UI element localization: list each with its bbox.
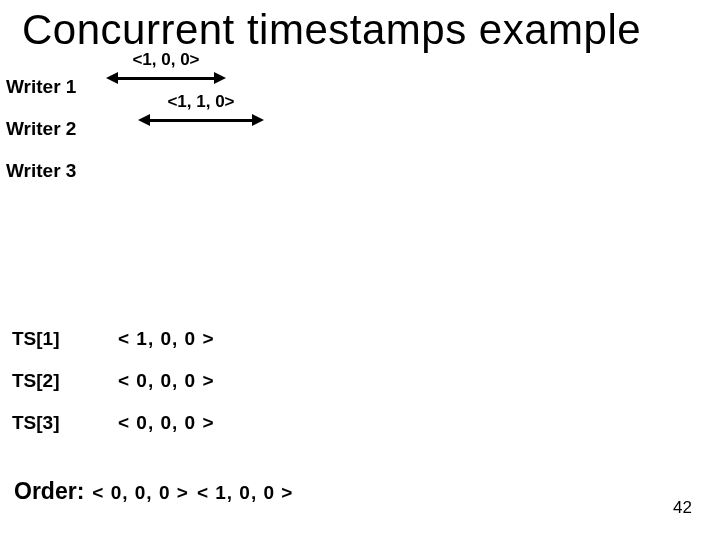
ts-3-label: TS[3]	[12, 412, 118, 434]
arrow-right-icon	[214, 72, 226, 84]
writer-3-label: Writer 3	[6, 160, 106, 182]
writer-2-timestamp: <1, 1, 0>	[167, 92, 234, 112]
ts-row-3: TS[3] < 0, 0, 0 >	[12, 402, 215, 444]
timestamp-table: TS[1] < 1, 0, 0 > TS[2] < 0, 0, 0 > TS[3…	[12, 318, 215, 444]
writer-1-label: Writer 1	[6, 76, 106, 98]
writers-timeline: Writer 1 <1, 0, 0> Writer 2 <1, 1, 0> Wr…	[6, 66, 406, 192]
writer-2-label: Writer 2	[6, 118, 106, 140]
order-row: Order: < 0, 0, 0 > < 1, 0, 0 >	[14, 478, 293, 505]
ts-row-1: TS[1] < 1, 0, 0 >	[12, 318, 215, 360]
writer-2-row: Writer 2 <1, 1, 0>	[6, 108, 406, 150]
order-label: Order:	[14, 478, 84, 505]
writer-1-arrow: <1, 0, 0>	[106, 72, 226, 84]
order-value-2: < 1, 0, 0 >	[197, 482, 294, 504]
arrow-left-icon	[106, 72, 118, 84]
ts-2-label: TS[2]	[12, 370, 118, 392]
ts-2-value: < 0, 0, 0 >	[118, 370, 215, 392]
ts-1-label: TS[1]	[12, 328, 118, 350]
writer-3-row: Writer 3	[6, 150, 406, 192]
writer-1-timestamp: <1, 0, 0>	[132, 50, 199, 70]
order-value-1: < 0, 0, 0 >	[92, 482, 189, 504]
slide-title: Concurrent timestamps example	[0, 0, 720, 54]
ts-1-value: < 1, 0, 0 >	[118, 328, 215, 350]
page-number: 42	[673, 498, 692, 518]
arrow-right-icon	[252, 114, 264, 126]
ts-row-2: TS[2] < 0, 0, 0 >	[12, 360, 215, 402]
arrow-left-icon	[138, 114, 150, 126]
writer-2-arrow: <1, 1, 0>	[138, 114, 264, 126]
ts-3-value: < 0, 0, 0 >	[118, 412, 215, 434]
